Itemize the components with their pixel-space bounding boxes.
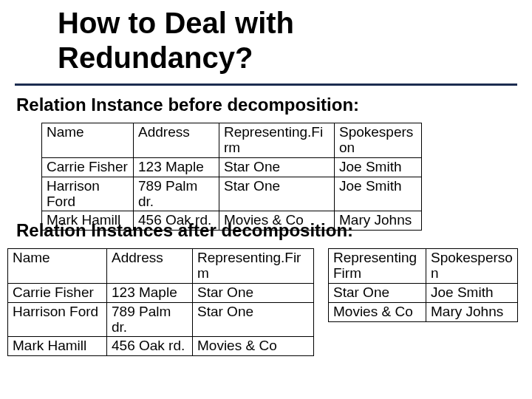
cell: Harrison Ford: [42, 177, 134, 211]
cell: Joe Smith: [335, 157, 422, 177]
table-after-left: Name Address Representing.Fir m Carrie F…: [7, 248, 314, 356]
cell: Joe Smith: [426, 283, 518, 302]
col-header-name: Name: [8, 249, 107, 284]
cell: Star One: [219, 177, 335, 211]
cell: Joe Smith: [335, 177, 422, 211]
table-row: Representing Firm Spokesperso n: [329, 249, 518, 284]
slide-title: How to Deal with Redundancy?: [58, 6, 294, 75]
col-header-spokesperson: Spokesperso n: [426, 249, 518, 284]
table-row: Star One Joe Smith: [329, 283, 518, 302]
col-header-firm: Representing.Fi rm: [219, 123, 335, 158]
table-row: Carrie Fisher 123 Maple Star One: [8, 283, 314, 302]
cell: 123 Maple: [107, 283, 193, 302]
col-header-address: Address: [107, 249, 193, 284]
title-underline: [15, 83, 517, 86]
cell: Movies & Co: [193, 337, 314, 356]
table-row: Movies & Co Mary Johns: [329, 302, 518, 321]
cell: Carrie Fisher: [8, 283, 107, 302]
cell: 789 Palm dr.: [107, 302, 193, 337]
cell: 123 Maple: [134, 157, 219, 177]
table-row: Harrison Ford 789 Palm dr. Star One Joe …: [42, 177, 422, 211]
cell: 456 Oak rd.: [107, 337, 193, 356]
table-after-right: Representing Firm Spokesperso n Star One…: [328, 248, 518, 322]
table-row: Name Address Representing.Fi rm Spokespe…: [42, 123, 422, 158]
col-header-firm: Representing.Fir m: [193, 249, 314, 284]
col-header-name: Name: [42, 123, 134, 158]
cell: Star One: [193, 302, 314, 337]
table-row: Name Address Representing.Fir m: [8, 249, 314, 284]
cell: Mary Johns: [426, 302, 518, 321]
cell: Movies & Co: [329, 302, 426, 321]
cell: Mark Hamill: [8, 337, 107, 356]
table-row: Harrison Ford 789 Palm dr. Star One: [8, 302, 314, 337]
title-line-2: Redundancy?: [58, 41, 294, 75]
heading-after: Relation Instances after decomposition:: [16, 220, 353, 241]
col-header-spokesperson: Spokespers on: [335, 123, 422, 158]
heading-before: Relation Instance before decomposition:: [16, 95, 359, 115]
slide: How to Deal with Redundancy? Relation In…: [0, 0, 532, 399]
cell: Star One: [193, 283, 314, 302]
table-row: Carrie Fisher 123 Maple Star One Joe Smi…: [42, 157, 422, 177]
table-before: Name Address Representing.Fi rm Spokespe…: [41, 123, 422, 231]
cell: 789 Palm dr.: [134, 177, 219, 211]
table-row: Mark Hamill 456 Oak rd. Movies & Co: [8, 337, 314, 356]
title-line-1: How to Deal with: [58, 6, 294, 41]
cell: Star One: [329, 283, 426, 302]
cell: Carrie Fisher: [42, 157, 134, 177]
cell: Harrison Ford: [8, 302, 107, 337]
col-header-address: Address: [134, 123, 219, 158]
col-header-firm: Representing Firm: [329, 249, 426, 284]
cell: Star One: [219, 157, 335, 177]
